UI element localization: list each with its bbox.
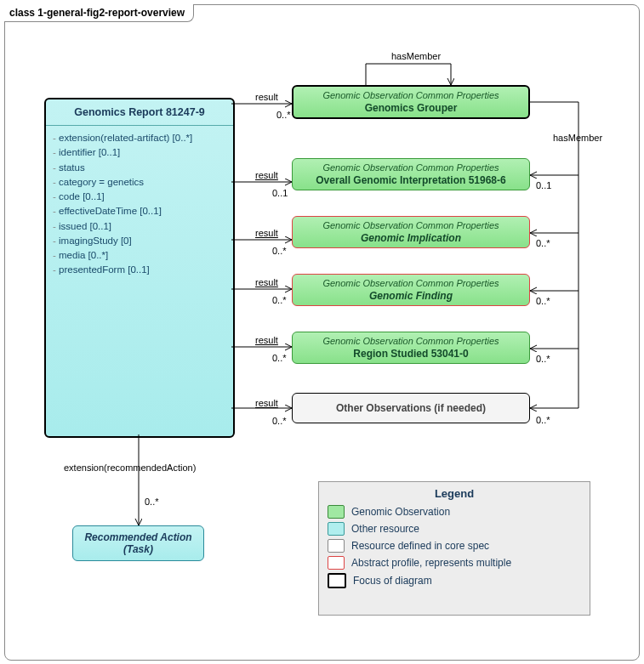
- class-attributes: extension(related-artifact) [0..*] ident…: [46, 126, 233, 283]
- edge-card: 0..*: [145, 497, 159, 507]
- swatch-icon: [328, 573, 346, 588]
- stereotype: Genomic Observation Common Properties: [298, 278, 524, 288]
- edge-card: 0..1: [536, 180, 551, 190]
- edge-card: 0..*: [272, 295, 287, 305]
- edge-label-result: result: [255, 92, 278, 102]
- edge-card: 0..*: [276, 110, 291, 120]
- edge-label-hasmember: hasMember: [553, 133, 602, 143]
- legend-label: Focus of diagram: [353, 575, 432, 587]
- other-observations-box: Other Observations (if needed): [292, 393, 530, 423]
- class-title: Genomics Report 81247-9: [46, 99, 233, 126]
- region-studied-box: Genomic Observation Common Properties Re…: [292, 332, 530, 364]
- recommended-action-box: Recommended Action (Task): [72, 525, 204, 561]
- edge-card: 0..*: [272, 416, 287, 426]
- legend-item: Genomic Observation: [328, 505, 581, 519]
- legend-label: Other resource: [351, 523, 419, 535]
- legend-item: Other resource: [328, 522, 581, 536]
- attr: identifier [0..1]: [53, 145, 226, 160]
- swatch-icon: [328, 505, 345, 519]
- edge-label-result: result: [255, 398, 278, 408]
- box-title: Genomics Grouper: [299, 102, 523, 114]
- legend: Legend Genomic Observation Other resourc…: [318, 481, 590, 616]
- edge-label-ext-rec: extension(recommendedAction): [64, 463, 196, 473]
- stereotype: Genomic Observation Common Properties: [299, 90, 523, 100]
- swatch-icon: [328, 539, 345, 553]
- edge-label-result: result: [255, 335, 278, 345]
- genomics-report-class: Genomics Report 81247-9 extension(relate…: [44, 98, 235, 438]
- box-title: Other Observations (if needed): [336, 402, 486, 414]
- attr: imagingStudy [0]: [53, 234, 226, 248]
- legend-label: Genomic Observation: [351, 506, 450, 518]
- genomic-implication-box: Genomic Observation Common Properties Ge…: [292, 216, 530, 248]
- legend-item: Focus of diagram: [328, 573, 581, 588]
- attr: presentedForm [0..1]: [53, 263, 226, 277]
- legend-title: Legend: [328, 487, 581, 500]
- edge-card: 0..*: [536, 354, 550, 364]
- legend-label: Resource defined in core spec: [351, 540, 489, 552]
- stereotype: Genomic Observation Common Properties: [298, 162, 524, 173]
- swatch-icon: [328, 556, 345, 570]
- attr: code [0..1]: [53, 190, 226, 204]
- legend-label: Abstract profile, represents multiple: [351, 557, 511, 569]
- attr: status: [53, 161, 226, 175]
- attr: issued [0..1]: [53, 219, 226, 234]
- attr: category = genetics: [53, 175, 226, 190]
- frame-title: class 1-general-fig2-report-overview: [4, 4, 194, 22]
- edge-card: 0..1: [272, 188, 288, 198]
- genomic-finding-box: Genomic Observation Common Properties Ge…: [292, 274, 530, 306]
- box-title: Region Studied 53041-0: [298, 348, 524, 360]
- edge-label-result: result: [255, 170, 278, 180]
- edge-label-hasmember: hasMember: [391, 51, 441, 61]
- genomics-grouper-box: Genomic Observation Common Properties Ge…: [292, 85, 530, 119]
- edge-card: 0..*: [536, 238, 550, 248]
- edge-label-result: result: [255, 228, 278, 238]
- attr: media [0..*]: [53, 248, 226, 263]
- edge-card: 0..*: [536, 296, 550, 306]
- edge-card: 0..*: [536, 415, 550, 425]
- stereotype: Genomic Observation Common Properties: [298, 336, 524, 346]
- edge-label-result: result: [255, 277, 278, 287]
- legend-item: Resource defined in core spec: [328, 539, 581, 553]
- box-title: Overall Genomic Interpretation 51968-6: [298, 174, 524, 186]
- box-title: Genomic Implication: [298, 232, 524, 244]
- box-title: Recommended Action (Task): [84, 531, 191, 555]
- attr: extension(related-artifact) [0..*]: [53, 131, 226, 145]
- swatch-icon: [328, 522, 345, 536]
- stereotype: Genomic Observation Common Properties: [298, 220, 524, 230]
- legend-item: Abstract profile, represents multiple: [328, 556, 581, 570]
- box-title: Genomic Finding: [298, 290, 524, 302]
- overall-interpretation-box: Genomic Observation Common Properties Ov…: [292, 158, 530, 190]
- edge-card: 0..*: [272, 353, 287, 363]
- attr: effectiveDateTime [0..1]: [53, 204, 226, 218]
- edge-card: 0..*: [272, 246, 287, 256]
